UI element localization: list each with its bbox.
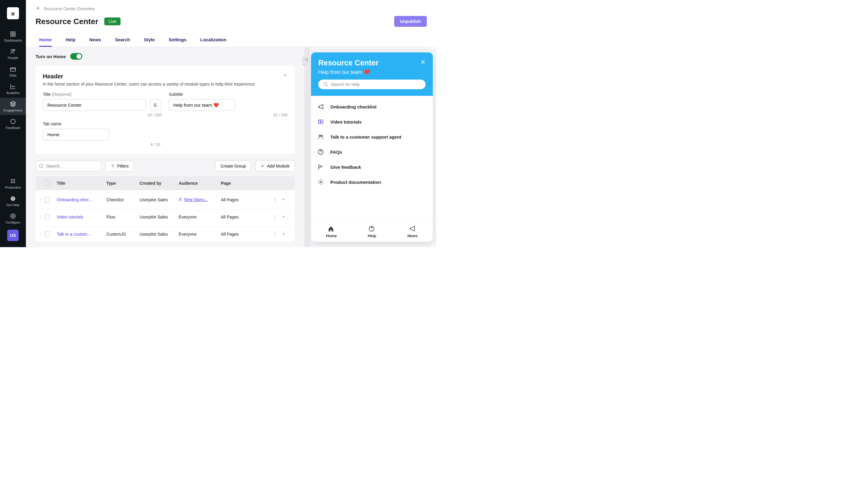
row-created: Userpilot Sales	[140, 197, 179, 202]
grid-icon	[10, 31, 16, 37]
sidebar-item-configure[interactable]: Configure	[0, 210, 26, 227]
add-module-button[interactable]: Add Module	[255, 161, 295, 172]
chevron-up-icon[interactable]	[283, 73, 287, 79]
tab-search[interactable]: Search	[115, 33, 130, 47]
preview-item-support[interactable]: Talk to a customer support agent	[317, 133, 427, 141]
table-header: Title Type Created by Audience Page	[36, 176, 295, 190]
table-row: ⋮⋮ Talk to a custom... CustomJS Userpilo…	[36, 226, 295, 242]
subtitle-field-label: Subtitle	[169, 92, 287, 97]
tab-localization[interactable]: Localization	[200, 33, 226, 47]
row-title-link[interactable]: Video tutorials	[57, 215, 106, 219]
preview-item-docs[interactable]: Product documentation	[317, 178, 427, 186]
preview-search[interactable]: Search for help	[318, 80, 426, 89]
news-icon	[409, 226, 416, 232]
gear-icon	[10, 213, 16, 219]
more-icon[interactable]: ⋮	[273, 232, 277, 237]
sidebar-item-gethelp[interactable]: ? Get Help	[0, 192, 26, 210]
collapse-icon[interactable]: →|←	[302, 57, 310, 67]
drag-handle-icon[interactable]: ⋮⋮	[38, 232, 47, 237]
sidebar-item-data[interactable]: Data	[0, 63, 26, 80]
logo[interactable]: u	[7, 7, 19, 19]
back-arrow-icon[interactable]	[36, 5, 41, 12]
nav-bottom: Production ? Get Help Configure US	[0, 175, 26, 247]
chevron-down-icon[interactable]	[281, 197, 286, 203]
tabs: Home Help News Search Style Settings Loc…	[36, 33, 427, 47]
row-page: All Pages	[221, 215, 260, 219]
help-icon: ?	[10, 195, 16, 202]
search-icon	[323, 82, 328, 87]
preview-list: Onboarding checklist Video tutorials Tal…	[311, 96, 433, 222]
row-created: Userpilot Sales	[140, 232, 179, 237]
row-type: Checklist	[106, 197, 140, 202]
home-icon	[328, 226, 335, 232]
row-title-link[interactable]: Talk to a custom...	[57, 232, 106, 237]
drag-handle-icon[interactable]: ⋮⋮	[38, 197, 47, 202]
preview-card: Resource Center ✕ Help from our team ❤️ …	[311, 53, 433, 242]
panel-divider[interactable]: →|←	[304, 47, 310, 247]
row-title-link[interactable]: Onboarding chec...	[57, 197, 106, 202]
module-search-input[interactable]	[36, 161, 101, 172]
more-icon[interactable]: ⋮	[273, 197, 277, 203]
svg-rect-15	[13, 182, 13, 183]
drag-handle-icon[interactable]: ⋮⋮	[38, 215, 47, 219]
chevron-down-icon[interactable]	[281, 215, 286, 220]
header-card: Header In the home section of your Resou…	[36, 66, 295, 154]
chevron-down-icon[interactable]	[281, 232, 286, 237]
title-counter: 15 / 255	[43, 113, 161, 117]
preview-nav-help[interactable]: Help	[352, 222, 393, 242]
more-icon[interactable]: ⋮	[273, 215, 277, 220]
tab-settings[interactable]: Settings	[168, 33, 186, 47]
title-options-button[interactable]	[150, 99, 161, 111]
svg-point-4	[11, 50, 13, 52]
svg-rect-8	[11, 179, 12, 180]
preview-item-faqs[interactable]: FAQs	[317, 148, 427, 155]
tab-home[interactable]: Home	[39, 33, 52, 47]
preview-item-feedback[interactable]: Give feedback	[317, 163, 427, 171]
svg-rect-0	[11, 32, 13, 34]
user-badge[interactable]: US	[7, 229, 19, 241]
unpublish-button[interactable]: Unpublish	[394, 16, 427, 27]
tabname-input[interactable]	[43, 129, 109, 141]
close-icon[interactable]: ✕	[421, 58, 426, 66]
plus-icon	[260, 164, 265, 168]
card-title: Header	[43, 73, 256, 80]
nav-items: Dashboards People Data Analytics Engagem…	[0, 28, 26, 132]
title-input[interactable]	[43, 99, 147, 111]
tabname-field-label: Tab name	[43, 121, 160, 126]
sidebar-item-production[interactable]: Production	[0, 175, 26, 192]
actions-row: Filters Create Group Add Module	[36, 161, 295, 172]
tab-help[interactable]: Help	[66, 33, 76, 47]
sidebar-item-dashboards[interactable]: Dashboards	[0, 28, 26, 45]
tab-style[interactable]: Style	[144, 33, 155, 47]
content: Turn on Home Header In the home section …	[26, 47, 304, 247]
preview-item-onboarding[interactable]: Onboarding checklist	[317, 103, 427, 110]
svg-rect-6	[10, 68, 16, 71]
filters-button[interactable]: Filters	[105, 161, 134, 172]
select-all-checkbox[interactable]	[44, 181, 50, 186]
chart-icon	[10, 83, 16, 90]
search-icon	[38, 164, 43, 169]
sidebar-item-label: Dashboards	[4, 38, 22, 42]
preview-subtitle: Help from our team ❤️	[318, 69, 426, 75]
create-group-button[interactable]: Create Group	[215, 161, 251, 172]
tab-news[interactable]: News	[89, 33, 101, 47]
preview-nav-home[interactable]: Home	[311, 222, 352, 242]
main: Resource Center Overview Resource Center…	[26, 0, 436, 247]
svg-rect-2	[11, 35, 13, 36]
svg-rect-9	[13, 179, 13, 180]
topbar: Resource Center Overview Resource Center…	[26, 0, 436, 47]
row-audience-link[interactable]: New Signu...	[179, 197, 208, 202]
sidebar-item-people[interactable]: People	[0, 45, 26, 63]
breadcrumb-text[interactable]: Resource Center Overview	[44, 6, 95, 11]
subtitle-input[interactable]	[169, 99, 235, 111]
subtitle-counter: 21 / 255	[169, 113, 287, 117]
data-icon	[10, 66, 16, 72]
svg-rect-1	[13, 32, 16, 34]
svg-point-27	[320, 181, 321, 183]
preview-nav-news[interactable]: News	[392, 222, 433, 242]
sidebar-item-feedback[interactable]: Feedback	[0, 115, 26, 132]
home-toggle[interactable]	[70, 53, 82, 60]
preview-item-video[interactable]: Video tutorials	[317, 118, 427, 125]
sidebar-item-engagement[interactable]: Engagement	[0, 98, 26, 115]
sidebar-item-analytics[interactable]: Analytics	[0, 80, 26, 98]
